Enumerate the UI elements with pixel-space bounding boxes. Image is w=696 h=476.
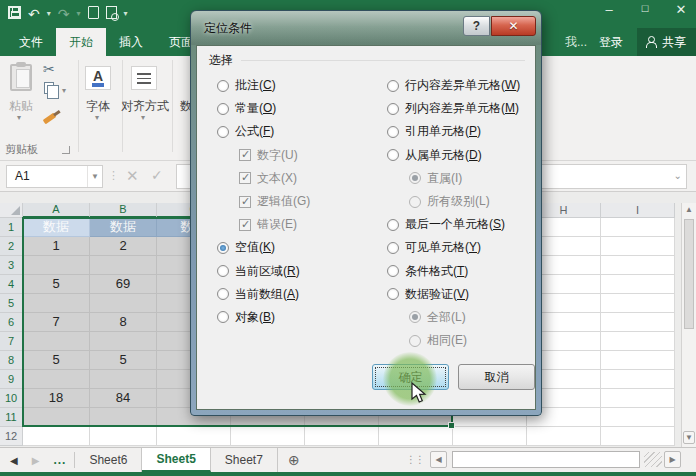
maximize-button[interactable]: □ [636, 2, 654, 17]
dialog-title-bar[interactable]: 定位条件 ? ✕ [191, 11, 541, 45]
undo-icon[interactable]: ↶ [28, 5, 40, 23]
cell-I8[interactable] [601, 351, 675, 370]
option-right-9[interactable]: 数据验证(V) [387, 283, 520, 306]
tell-me-label[interactable]: 我... [565, 34, 587, 51]
vertical-scroll-thumb[interactable] [684, 219, 694, 329]
row-header-12[interactable]: 12 [0, 427, 23, 446]
sign-in-button[interactable]: 登录 [599, 34, 623, 51]
row-header-2[interactable]: 2 [0, 237, 23, 256]
cell-B1[interactable]: 数据 [90, 218, 157, 237]
more-sheets-icon[interactable]: ... [53, 453, 66, 467]
cell-I2[interactable] [601, 237, 675, 256]
option-right-3[interactable]: 从属单元格(D) [387, 144, 520, 167]
cell-A8[interactable]: 5 [23, 351, 90, 370]
cell-F12[interactable] [379, 427, 453, 446]
radio-icon[interactable] [387, 242, 399, 254]
cell-A12[interactable] [23, 427, 90, 446]
scroll-left-icon[interactable]: ◀ [430, 451, 447, 468]
option-left-0[interactable]: 批注(C) [217, 74, 310, 97]
formula-expand-icon[interactable]: ⌄ [674, 170, 682, 181]
cell-B4[interactable]: 69 [90, 275, 157, 294]
row-header-10[interactable]: 10 [0, 389, 23, 408]
row-header-11[interactable]: 11 [0, 408, 23, 427]
cell-B7[interactable] [90, 332, 157, 351]
option-left-8[interactable]: 当前区域(R) [217, 260, 310, 283]
undo-dropdown-icon[interactable]: ▾ [47, 5, 51, 23]
scrollbar-resize-grip[interactable] [644, 452, 662, 467]
radio-icon[interactable] [217, 265, 229, 277]
cell-I7[interactable] [601, 332, 675, 351]
clipboard-dialog-launcher-icon[interactable] [62, 146, 70, 154]
sheet-tab-Sheet6[interactable]: Sheet6 [75, 448, 142, 472]
ribbon-tab-1[interactable]: 开始 [56, 28, 106, 56]
cell-A5[interactable] [23, 294, 90, 313]
row-header-4[interactable]: 4 [0, 275, 23, 294]
option-right-1[interactable]: 列内容差异单元格(M) [387, 97, 520, 120]
column-header-A[interactable]: A [23, 203, 90, 218]
cell-A1[interactable]: 数据 [23, 218, 90, 237]
cell-H12[interactable] [527, 427, 601, 446]
option-right-7[interactable]: 可见单元格(Y) [387, 236, 520, 259]
cut-icon[interactable]: ✂ [43, 61, 55, 77]
vertical-scrollbar[interactable]: ▲ ▼ [681, 203, 696, 447]
row-header-5[interactable]: 5 [0, 294, 23, 313]
radio-icon[interactable] [387, 288, 399, 300]
cell-B10[interactable]: 84 [90, 389, 157, 408]
cell-I10[interactable] [601, 389, 675, 408]
horizontal-scroll-track[interactable] [452, 451, 640, 468]
save-icon[interactable] [8, 5, 21, 23]
radio-icon[interactable] [387, 80, 399, 92]
cell-D12[interactable] [231, 427, 305, 446]
cell-I12[interactable] [601, 427, 675, 446]
option-left-7[interactable]: 空值(K) [217, 236, 310, 259]
radio-icon[interactable] [387, 219, 399, 231]
cell-I9[interactable] [601, 370, 675, 389]
paste-icon[interactable] [10, 64, 32, 91]
cell-B5[interactable] [90, 294, 157, 313]
cell-A3[interactable] [23, 256, 90, 275]
radio-icon[interactable] [387, 126, 399, 138]
cell-A2[interactable]: 1 [23, 237, 90, 256]
cell-C12[interactable] [157, 427, 231, 446]
alignment-group-icon[interactable] [131, 66, 157, 90]
font-group-icon[interactable]: A [85, 66, 111, 90]
prev-sheet-icon[interactable]: ◀ [10, 455, 18, 466]
scroll-right-icon[interactable]: ▶ [664, 451, 681, 468]
cell-B6[interactable]: 8 [90, 313, 157, 332]
cell-B2[interactable]: 2 [90, 237, 157, 256]
cell-A10[interactable]: 18 [23, 389, 90, 408]
column-header-B[interactable]: B [90, 203, 157, 218]
minimize-button[interactable]: – [600, 2, 618, 17]
new-sheet-button[interactable]: ⊕ [278, 448, 310, 472]
dialog-help-button[interactable]: ? [463, 16, 490, 36]
radio-icon[interactable] [387, 265, 399, 277]
cancel-button[interactable]: 取消 [458, 364, 535, 390]
copy-dropdown-icon[interactable]: ▾ [62, 86, 66, 95]
cell-A11[interactable] [23, 408, 90, 427]
radio-icon[interactable] [387, 149, 399, 161]
hscroll-grip[interactable]: ⋮⋮ [406, 454, 424, 465]
radio-icon[interactable] [217, 242, 229, 254]
row-header-9[interactable]: 9 [0, 370, 23, 389]
dialog-close-button[interactable]: ✕ [491, 16, 536, 36]
new-file-icon[interactable] [88, 5, 99, 23]
cell-B9[interactable] [90, 370, 157, 389]
row-header-6[interactable]: 6 [0, 313, 23, 332]
cell-B3[interactable] [90, 256, 157, 275]
scroll-down-icon[interactable]: ▼ [683, 431, 695, 444]
option-right-0[interactable]: 行内容差异单元格(W) [387, 74, 520, 97]
cell-I1[interactable] [601, 218, 675, 237]
option-left-1[interactable]: 常量(O) [217, 97, 310, 120]
cell-G12[interactable] [453, 427, 527, 446]
radio-icon[interactable] [217, 126, 229, 138]
cell-I4[interactable] [601, 275, 675, 294]
sheet-tab-Sheet7[interactable]: Sheet7 [211, 448, 278, 472]
name-box-dropdown-icon[interactable]: ▼ [87, 166, 102, 187]
cell-A6[interactable]: 7 [23, 313, 90, 332]
column-header-I[interactable]: I [601, 203, 675, 218]
share-button[interactable]: 共享 [637, 28, 696, 56]
ribbon-tab-0[interactable]: 文件 [6, 28, 56, 56]
option-right-6[interactable]: 最后一个单元格(S) [387, 213, 520, 236]
option-right-2[interactable]: 引用单元格(P) [387, 120, 520, 143]
cell-E12[interactable] [305, 427, 379, 446]
